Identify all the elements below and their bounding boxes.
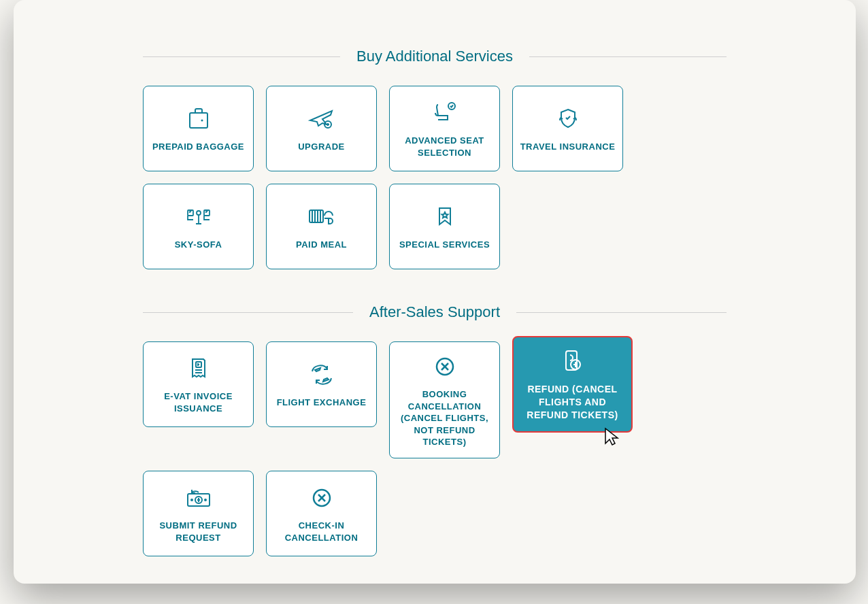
card-refund[interactable]: REFUND (CANCEL FLIGHTS AND REFUND TICKET… [512, 336, 633, 433]
card-advanced-seat[interactable]: ADVANCED SEAT SELECTION [389, 86, 500, 171]
card-travel-insurance[interactable]: TRAVEL INSURANCE [512, 86, 623, 171]
card-upgrade[interactable]: UPGRADE [266, 86, 377, 171]
card-label: FLIGHT EXCHANGE [277, 397, 367, 409]
money-refund-icon [184, 483, 214, 513]
bookmark-star-icon [435, 202, 454, 232]
card-booking-cancellation[interactable]: BOOKING CANCELLATION (CANCEL FLIGHTS, NO… [389, 341, 500, 458]
baggage-icon [186, 104, 212, 134]
refund-phone-icon [561, 347, 585, 376]
divider-line [143, 312, 353, 313]
card-checkin-cancellation[interactable]: CHECK-IN CANCELLATION [266, 471, 377, 556]
card-label: E-VAT INVOICE ISSUANCE [149, 390, 248, 414]
divider-line [516, 312, 727, 313]
seat-icon [431, 98, 458, 128]
card-label: SKY-SOFA [175, 239, 222, 251]
svg-point-1 [201, 120, 203, 122]
card-label: PREPAID BAGGAGE [152, 141, 244, 153]
invoice-icon [188, 354, 209, 384]
card-label: PAID MEAL [296, 239, 347, 251]
card-label: CHECK-IN CANCELLATION [272, 520, 371, 543]
card-label: ADVANCED SEAT SELECTION [395, 135, 494, 158]
section-heading: Buy Additional Services [340, 48, 529, 65]
shield-icon [554, 104, 582, 134]
card-sky-sofa[interactable]: SKY-SOFA [143, 184, 254, 269]
card-label: TRAVEL INSURANCE [520, 141, 616, 153]
divider-line [529, 56, 727, 57]
after-sales-grid: E-VAT INVOICE ISSUANCE FLIGHT EXCHANGE [143, 341, 727, 556]
svg-point-6 [197, 211, 201, 215]
divider-line [143, 56, 340, 57]
card-label: BOOKING CANCELLATION (CANCEL FLIGHTS, NO… [395, 388, 494, 448]
card-prepaid-baggage[interactable]: PREPAID BAGGAGE [143, 86, 254, 171]
section-title-additional: Buy Additional Services [143, 48, 727, 65]
card-label: UPGRADE [298, 141, 345, 153]
card-label: REFUND (CANCEL FLIGHTS AND REFUND TICKET… [519, 383, 626, 422]
main-panel: Buy Additional Services PREPAID BAGGAGE [14, 0, 856, 584]
meal-icon [307, 202, 337, 232]
additional-services-grid: PREPAID BAGGAGE UPGRADE A [143, 86, 727, 269]
svg-point-14 [191, 499, 193, 501]
card-submit-refund[interactable]: SUBMIT REFUND REQUEST [143, 471, 254, 556]
card-label: SPECIAL SERVICES [399, 239, 490, 251]
card-flight-exchange[interactable]: FLIGHT EXCHANGE [266, 341, 377, 427]
exchange-icon [308, 360, 335, 390]
card-special-services[interactable]: SPECIAL SERVICES [389, 184, 500, 269]
svg-point-15 [205, 499, 206, 501]
card-label: SUBMIT REFUND REQUEST [149, 520, 248, 543]
svg-rect-0 [190, 113, 207, 128]
section-heading: After-Sales Support [353, 303, 516, 321]
airplane-upgrade-icon [307, 104, 336, 134]
cancel-circle-icon [433, 352, 456, 382]
cancel-circle-icon [310, 483, 333, 513]
card-evat-invoice[interactable]: E-VAT INVOICE ISSUANCE [143, 341, 254, 427]
card-paid-meal[interactable]: PAID MEAL [266, 184, 377, 269]
sofa-seats-icon [184, 202, 214, 232]
section-title-aftersales: After-Sales Support [143, 303, 727, 321]
